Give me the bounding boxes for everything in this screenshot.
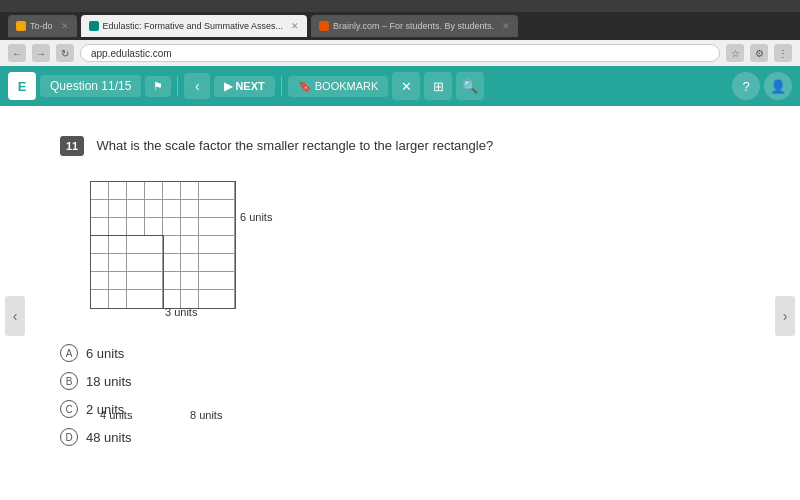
large-grid-cell [163, 272, 181, 290]
label-8units: 8 units [190, 409, 222, 421]
large-grid-cell [163, 200, 181, 218]
large-grid-cell [217, 236, 235, 254]
large-grid-cell [163, 254, 181, 272]
small-grid-cell [91, 272, 109, 290]
large-grid-cell [127, 182, 145, 200]
help-button[interactable]: ? [732, 72, 760, 100]
prev-arrow-button[interactable]: ‹ [5, 296, 25, 336]
small-grid-cell [145, 290, 163, 308]
choice-d-text: 48 units [86, 430, 132, 445]
small-grid-cell [127, 272, 145, 290]
question-number-badge: 11 [60, 136, 84, 156]
large-grid-cell [163, 218, 181, 236]
browser-address-bar: ← → ↻ app.edulastic.com ☆ ⚙ ⋮ [0, 40, 800, 66]
small-grid-cell [109, 290, 127, 308]
tab-icon-edulastic [89, 21, 99, 31]
bookmark-icon: 🔖 [298, 80, 312, 93]
choice-b-circle: B [60, 372, 78, 390]
user-button[interactable]: 👤 [764, 72, 792, 100]
label-6units: 6 units [240, 211, 272, 223]
back-button[interactable]: ← [8, 44, 26, 62]
choice-a-text: 6 units [86, 346, 124, 361]
choice-d-circle: D [60, 428, 78, 446]
choice-a[interactable]: A 6 units [60, 344, 740, 362]
prev-question-button[interactable]: ‹ [184, 73, 210, 99]
large-grid-cell [199, 236, 217, 254]
large-grid-cell [91, 200, 109, 218]
extensions-icon[interactable]: ⚙ [750, 44, 768, 62]
small-grid-cell [145, 254, 163, 272]
large-grid-cell [199, 182, 217, 200]
large-grid-cell [181, 254, 199, 272]
bookmark-icon[interactable]: ☆ [726, 44, 744, 62]
label-4units: 4 units [100, 409, 132, 421]
menu-icon[interactable]: ⋮ [774, 44, 792, 62]
choice-d[interactable]: D 48 units [60, 428, 740, 446]
large-grid-cell [145, 200, 163, 218]
large-grid-cell [199, 200, 217, 218]
large-grid-cell [181, 272, 199, 290]
choice-b[interactable]: B 18 units [60, 372, 740, 390]
tab-icon-brainly [319, 21, 329, 31]
toolbar-separator [177, 76, 178, 96]
choice-a-circle: A [60, 344, 78, 362]
tab-label-edulastic: Edulastic: Formative and Summative Asses… [103, 21, 284, 31]
grid-button[interactable]: ⊞ [424, 72, 452, 100]
main-content: ‹ › 11 What is the scale factor the smal… [0, 106, 800, 500]
small-grid-cell [145, 272, 163, 290]
small-grid-inner: for(let i=0;i<16;i++){ document.write('<… [91, 236, 163, 308]
small-rectangle-grid: for(let i=0;i<16;i++){ document.write('<… [90, 235, 164, 309]
large-grid-cell [199, 254, 217, 272]
next-icon: ▶ [224, 80, 232, 93]
close-button[interactable]: ✕ [392, 72, 420, 100]
choice-c[interactable]: C 2 units [60, 400, 740, 418]
tab-edulastic[interactable]: Edulastic: Formative and Summative Asses… [81, 15, 308, 37]
forward-button[interactable]: → [32, 44, 50, 62]
small-grid-cell [91, 236, 109, 254]
large-grid-cell [109, 182, 127, 200]
refresh-button[interactable]: ↻ [56, 44, 74, 62]
answer-choices: A 6 units B 18 units C 2 units D 48 unit… [60, 344, 740, 446]
large-grid-cell [217, 182, 235, 200]
address-input[interactable]: app.edulastic.com [80, 44, 720, 62]
large-grid-cell [199, 272, 217, 290]
small-grid-cell [109, 272, 127, 290]
browser-tabs: To-do ✕ Edulastic: Formative and Summati… [0, 12, 800, 40]
address-text: app.edulastic.com [91, 48, 172, 59]
large-grid-cell [217, 200, 235, 218]
large-grid-cell [181, 182, 199, 200]
large-grid-cell [199, 290, 217, 308]
flag-icon: ⚑ [153, 80, 163, 93]
next-question-button[interactable]: ▶ NEXT [214, 76, 274, 97]
browser-chrome [0, 0, 800, 12]
label-3units: 3 units [165, 306, 197, 318]
large-grid-cell [163, 182, 181, 200]
large-grid-cell [163, 236, 181, 254]
large-grid-cell [127, 218, 145, 236]
next-arrow-button[interactable]: › [775, 296, 795, 336]
large-grid-cell [91, 218, 109, 236]
large-grid-cell [217, 290, 235, 308]
search-button[interactable]: 🔍 [456, 72, 484, 100]
flag-button[interactable]: ⚑ [145, 76, 171, 97]
large-grid-cell [217, 218, 235, 236]
app-logo: E [8, 72, 36, 100]
question-text: What is the scale factor the smaller rec… [96, 138, 493, 153]
app-toolbar: E Question 11/15 ⚑ ‹ ▶ NEXT 🔖 BOOKMARK ✕… [0, 66, 800, 106]
small-grid-cell [127, 254, 145, 272]
large-grid-cell [127, 200, 145, 218]
large-grid-cell [181, 218, 199, 236]
small-grid-cell [127, 236, 145, 254]
large-grid-cell [145, 182, 163, 200]
bookmark-button[interactable]: 🔖 BOOKMARK [288, 76, 389, 97]
choice-c-circle: C [60, 400, 78, 418]
large-grid-cell [109, 200, 127, 218]
tab-icon-todo [16, 21, 26, 31]
choice-b-text: 18 units [86, 374, 132, 389]
tab-todo[interactable]: To-do ✕ [8, 15, 77, 37]
small-grid-cell [91, 290, 109, 308]
small-grid-cell [109, 236, 127, 254]
small-grid-cell [127, 290, 145, 308]
tab-brainly[interactable]: Brainly.com – For students. By students.… [311, 15, 518, 37]
toolbar-right-section: ? 👤 [732, 72, 792, 100]
